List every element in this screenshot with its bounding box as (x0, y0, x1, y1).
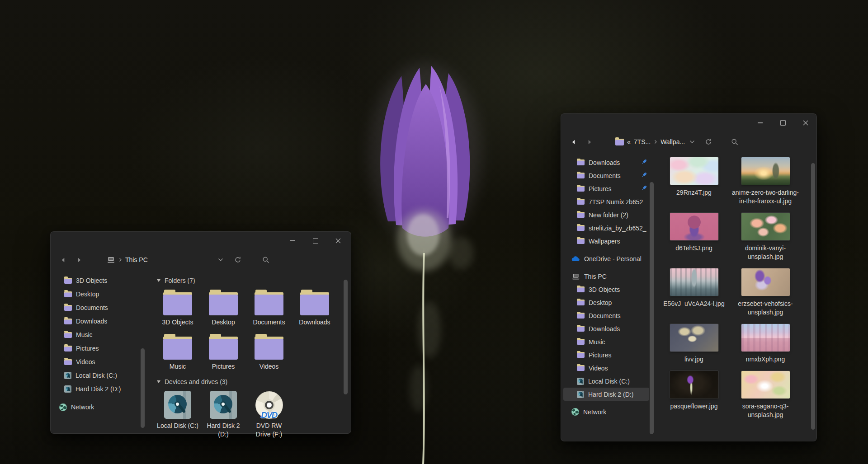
forward-button[interactable] (73, 254, 85, 266)
refresh-button[interactable] (702, 136, 715, 148)
search-button[interactable] (259, 253, 272, 266)
sidebar-item-music[interactable]: Music (51, 328, 147, 342)
folder-icon (64, 291, 72, 297)
file-item-sora-sagano[interactable]: sora-sagano-q3-unsplash.jpg (731, 371, 799, 419)
content-scrollbar[interactable] (344, 280, 348, 394)
drive-item-local-disk-c[interactable]: Local Disk (C:) (157, 391, 198, 439)
sidebar-item-strelitzia[interactable]: strelitzia_by_zb652_ (561, 221, 655, 234)
explorer-window-this-pc: This PC 3D Objects Desktop Documents Dow… (50, 231, 351, 434)
file-name: 29Rnz4T.jpg (660, 188, 728, 197)
file-item-d6tehsj[interactable]: d6TehSJ.png (660, 213, 728, 261)
breadcrumb-overflow[interactable]: « (627, 138, 631, 145)
folder-icon (64, 319, 72, 324)
folder-item-music[interactable]: Music (157, 334, 198, 371)
sidebar-item-new-folder-2[interactable]: New folder (2) (561, 208, 655, 221)
file-item-e56vj[interactable]: E56vJ_uVcAA24-l.jpg (660, 268, 728, 317)
folder-icon (64, 278, 72, 284)
dvd-drive-icon: DVD (255, 391, 283, 419)
section-header-folders[interactable]: Folders (7) (157, 276, 351, 285)
sidebar-item-pictures-pc[interactable]: Pictures (561, 348, 655, 361)
maximize-button[interactable] (773, 116, 793, 130)
section-header-devices[interactable]: Devices and drives (3) (157, 377, 351, 386)
sidebar-item-music[interactable]: Music (561, 335, 655, 348)
collapse-triangle-icon (157, 279, 160, 282)
folder-icon (64, 305, 72, 311)
sidebar-item-desktop[interactable]: Desktop (51, 287, 147, 301)
folder-icon (577, 326, 585, 332)
forward-button[interactable] (584, 136, 595, 148)
drive-item-dvd-f[interactable]: DVDDVD RW Drive (F:) (248, 391, 290, 439)
hard-disk-icon (64, 385, 71, 393)
breadcrumb-location[interactable]: This PC (125, 256, 148, 263)
folder-item-desktop[interactable]: Desktop (203, 290, 244, 327)
breadcrumb-parent[interactable]: 7TS... (634, 138, 651, 145)
sidebar-item-pictures[interactable]: Pictures (561, 182, 655, 195)
file-item-nmxbxph[interactable]: nmxbXph.png (731, 324, 799, 364)
file-item-pasqueflower[interactable]: pasqueflower.jpg (660, 371, 728, 419)
sidebar-item-desktop[interactable]: Desktop (561, 296, 655, 309)
file-item-29rnz4t[interactable]: 29Rnz4T.jpg (660, 157, 728, 206)
maximize-button[interactable] (305, 234, 326, 248)
address-dropdown-button[interactable] (686, 136, 698, 148)
sidebar-item-3d-objects[interactable]: 3D Objects (51, 274, 147, 287)
sidebar-item-hard-disk-d-selected[interactable]: Hard Disk 2 (D:) (563, 388, 649, 401)
sidebar-item-documents[interactable]: Documents (561, 169, 655, 182)
sidebar-item-7tsp-numix[interactable]: 7TSP Numix zb652 (561, 195, 655, 208)
folder-item-videos[interactable]: Videos (248, 334, 290, 371)
address-dropdown-button[interactable] (214, 253, 227, 266)
folder-item-documents[interactable]: Documents (248, 290, 290, 327)
sidebar-item-label: Videos (76, 358, 95, 366)
breadcrumb-current[interactable]: Wallpa... (660, 138, 685, 145)
sidebar-item-network[interactable]: Network (51, 400, 147, 414)
folder-name: 3D Objects (162, 318, 193, 327)
sidebar-item-videos[interactable]: Videos (51, 355, 147, 369)
sidebar-scrollbar[interactable] (141, 348, 145, 428)
sidebar-item-label: This PC (584, 273, 607, 280)
drive-item-hard-disk-d[interactable]: Hard Disk 2 (D:) (203, 391, 244, 439)
sidebar-item-documents[interactable]: Documents (51, 301, 147, 314)
sidebar-item-this-pc[interactable]: This PC (561, 270, 655, 283)
sidebar-scrollbar[interactable] (650, 182, 654, 434)
content-pane: 29Rnz4T.jpg anime-zero-two-darling-in-th… (655, 152, 816, 441)
search-button[interactable] (728, 136, 741, 148)
folder-item-pictures[interactable]: Pictures (203, 334, 244, 371)
minimize-button[interactable] (750, 116, 770, 130)
window-body: 3D Objects Desktop Documents Downloads M… (51, 270, 351, 433)
file-name: nmxbXph.png (731, 355, 799, 364)
sidebar-item-hard-disk-d[interactable]: Hard Disk 2 (D:) (51, 382, 147, 396)
back-button[interactable] (567, 136, 579, 148)
sidebar-item-local-disk-c[interactable]: Local Disk (C:) (561, 375, 655, 388)
drive-name: Hard Disk 2 (D:) (203, 422, 244, 439)
sidebar-item-network[interactable]: Network (561, 405, 655, 418)
sidebar-item-label: Desktop (589, 299, 612, 306)
sidebar-item-label: Network (71, 403, 94, 411)
folder-icon (255, 334, 283, 360)
sidebar-item-onedrive[interactable]: OneDrive - Personal (561, 252, 655, 265)
file-item-dominik-vanyi[interactable]: dominik-vanyi-unsplash.jpg (731, 213, 799, 261)
refresh-button[interactable] (231, 253, 244, 266)
sidebar-item-label: Music (589, 338, 605, 346)
sidebar-item-label: Pictures (589, 185, 612, 192)
pin-icon (641, 172, 647, 179)
sidebar-item-downloads[interactable]: Downloads (561, 156, 655, 169)
sidebar-item-label: Videos (589, 365, 608, 372)
back-button[interactable] (57, 254, 69, 266)
sidebar-item-pictures[interactable]: Pictures (51, 342, 147, 355)
sidebar-item-videos[interactable]: Videos (561, 361, 655, 375)
content-scrollbar[interactable] (811, 163, 815, 430)
sidebar-item-wallpapers[interactable]: Wallpapers (561, 234, 655, 248)
sidebar-item-label: Local Disk (C:) (75, 372, 117, 379)
sidebar-item-documents-pc[interactable]: Documents (561, 309, 655, 322)
file-item-erzsebet[interactable]: erzsebet-vehofsics-unsplash.jpg (731, 268, 799, 317)
sidebar-item-downloads-pc[interactable]: Downloads (561, 322, 655, 335)
sidebar-item-downloads[interactable]: Downloads (51, 314, 147, 328)
file-item-livv[interactable]: livv.jpg (660, 324, 728, 364)
folder-item-downloads[interactable]: Downloads (294, 290, 335, 327)
sidebar-item-3d-objects[interactable]: 3D Objects (561, 283, 655, 296)
close-button[interactable] (795, 116, 816, 130)
close-button[interactable] (328, 234, 348, 248)
folder-item-3d-objects[interactable]: 3D Objects (157, 290, 198, 327)
sidebar-item-local-disk-c[interactable]: Local Disk (C:) (51, 369, 147, 382)
minimize-button[interactable] (283, 234, 303, 248)
file-item-anime-zero-two[interactable]: anime-zero-two-darling-in-the-franxx-ul.… (731, 157, 799, 206)
